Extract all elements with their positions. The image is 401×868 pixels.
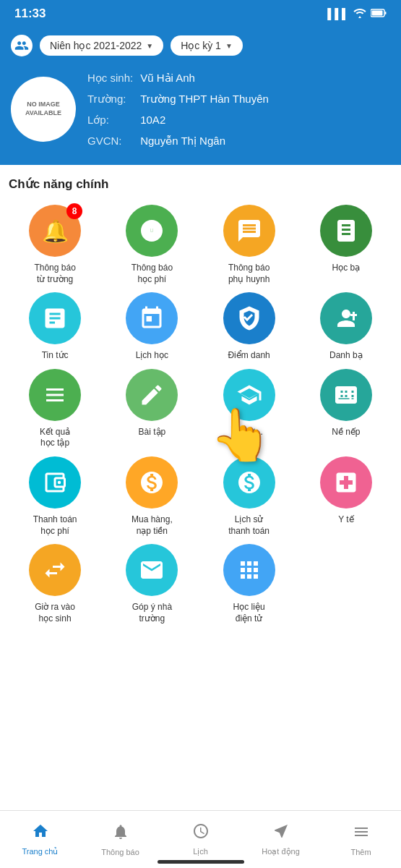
thong-bao-phu-huynh-icon bbox=[223, 205, 275, 257]
profile-truong-label: Trường: bbox=[87, 89, 139, 109]
profile-gvcn-label: GVCN: bbox=[87, 131, 139, 150]
danh-ba-label: Danh bạ bbox=[329, 350, 363, 362]
hoc-lieu-label: Học liệuđiện tử bbox=[233, 602, 265, 624]
profile-hocsinh-value: Vũ Hải Anh bbox=[140, 68, 269, 88]
ne-nep[interactable]: Nề nếp bbox=[300, 369, 392, 449]
svg-rect-1 bbox=[372, 11, 383, 16]
activity-icon bbox=[272, 822, 290, 844]
profile-lop-label: Lớp: bbox=[87, 110, 139, 129]
hoc-ba[interactable]: Học bạ bbox=[300, 205, 392, 285]
nav-them-label: Thêm bbox=[350, 848, 371, 856]
hoc-lieu-icon bbox=[223, 544, 275, 596]
profile-truong-value: Trường THPT Hàn Thuyên bbox=[140, 89, 269, 109]
y-te-icon bbox=[320, 456, 372, 509]
wifi-icon bbox=[353, 8, 366, 20]
no-image-text: NO IMAGEAVAILABLE bbox=[25, 101, 61, 117]
nien-hoc-dropdown[interactable]: Niên học 2021-2022 ▼ bbox=[40, 35, 163, 56]
nav-hoat-dong-label: Hoạt động bbox=[262, 847, 300, 856]
mua-hang-nap-tien-icon bbox=[126, 456, 178, 509]
gop-y[interactable]: Góp ý nhàtrường bbox=[105, 544, 198, 624]
thong-bao-hoc-phi-label: Thông báohọc phí bbox=[131, 263, 173, 285]
thong-bao-hoc-phi-icon bbox=[126, 205, 178, 257]
home-indicator bbox=[158, 860, 244, 864]
main-grid: 🔔 8 Thông báotừ trường Thông báohọc phí bbox=[9, 205, 392, 624]
mua-hang-nap-tien-label: Mua hàng,nạp tiền bbox=[131, 514, 173, 537]
chevron-down-icon: ▼ bbox=[225, 42, 233, 50]
home-icon bbox=[32, 822, 49, 844]
gop-y-label: Góp ý nhàtrường bbox=[132, 602, 172, 624]
y-te-label: Y tế bbox=[338, 514, 353, 526]
tin-tuc[interactable]: Tin tức bbox=[9, 292, 101, 362]
status-time: 11:33 bbox=[14, 7, 46, 21]
lich-hoc[interactable]: Lịch học bbox=[105, 292, 198, 362]
danh-ba[interactable]: Danh bạ bbox=[300, 292, 392, 362]
mua-hang-nap-tien[interactable]: Mua hàng,nạp tiền bbox=[105, 456, 198, 537]
profile-lop-value: 10A2 bbox=[140, 110, 269, 129]
nav-trang-chu-label: Trang chủ bbox=[22, 847, 58, 856]
hoc-them-icon bbox=[223, 369, 275, 421]
bai-tap-label: Bài tập bbox=[139, 427, 166, 438]
thong-bao-phu-huynh[interactable]: Thông báophụ huynh bbox=[203, 205, 296, 285]
thong-bao-phu-huynh-label: Thông báophụ huynh bbox=[228, 263, 270, 285]
lich-hoc-label: Lịch học bbox=[136, 350, 168, 362]
bai-tap[interactable]: Bài tập bbox=[105, 369, 198, 449]
nav-thong-bao-label: Thông báo bbox=[101, 848, 139, 856]
chevron-down-icon: ▼ bbox=[146, 42, 153, 50]
ket-qua-hoc-tap[interactable]: Kết quảhọc tập bbox=[9, 369, 101, 449]
ne-nep-label: Nề nếp bbox=[332, 427, 360, 438]
hoc-them-label: Học t... bbox=[235, 427, 262, 449]
thanh-toan-hoc-phi-label: Thanh toánhọc phí bbox=[33, 514, 77, 537]
bai-tap-icon bbox=[126, 369, 178, 421]
thanh-toan-hoc-phi-icon bbox=[29, 456, 81, 509]
signal-icon: ▌▌▌ bbox=[327, 8, 349, 20]
main-content: Chức năng chính 🔔 8 Thông báotừ trường T… bbox=[0, 165, 401, 816]
profile-gvcn-value: Nguyễn Thị Ngân bbox=[140, 131, 269, 150]
lich-su-thanh-toan-icon bbox=[223, 456, 275, 509]
nav-lich-label: Lịch bbox=[193, 847, 208, 856]
ket-qua-hoc-tap-icon bbox=[29, 369, 81, 421]
menu-icon bbox=[353, 823, 370, 845]
tin-tuc-label: Tin tức bbox=[42, 350, 69, 362]
clock-icon bbox=[192, 822, 210, 844]
hoc-ba-label: Học bạ bbox=[332, 263, 361, 274]
thong-bao-tu-truong-icon: 🔔 8 bbox=[29, 205, 81, 257]
profile-section: NO IMAGEAVAILABLE Học sinh: Vũ Hải Anh T… bbox=[11, 67, 390, 152]
status-bar: 11:33 ▌▌▌ bbox=[0, 0, 401, 27]
status-icons: ▌▌▌ bbox=[327, 8, 387, 20]
diem-danh-icon bbox=[223, 292, 275, 344]
lich-hoc-icon bbox=[126, 292, 178, 344]
header-top: Niên học 2021-2022 ▼ Học kỳ 1 ▼ bbox=[11, 35, 390, 56]
hoc-them[interactable]: Học t... bbox=[203, 369, 296, 449]
profile-image-placeholder: NO IMAGEAVAILABLE bbox=[11, 77, 76, 142]
gop-y-icon bbox=[126, 544, 178, 596]
lich-su-thanh-toan-label: Lịch sửthanh toán bbox=[228, 514, 270, 537]
diem-danh[interactable]: Điểm danh bbox=[203, 292, 296, 362]
danh-ba-icon bbox=[320, 292, 372, 344]
bell-icon bbox=[112, 823, 129, 845]
hoc-ky-dropdown[interactable]: Học kỳ 1 ▼ bbox=[171, 35, 243, 56]
dropdowns: Niên học 2021-2022 ▼ Học kỳ 1 ▼ bbox=[40, 35, 390, 56]
profile-info: Học sinh: Vũ Hải Anh Trường: Trường THPT… bbox=[86, 67, 270, 152]
thong-bao-hoc-phi[interactable]: Thông báohọc phí bbox=[105, 205, 198, 285]
nav-hoat-dong[interactable]: Hoạt động bbox=[241, 811, 321, 868]
notification-badge: 8 bbox=[66, 203, 82, 219]
diem-danh-label: Điểm danh bbox=[228, 350, 270, 362]
hoc-ba-icon bbox=[320, 205, 372, 257]
y-te[interactable]: Y tế bbox=[300, 456, 392, 537]
nav-trang-chu[interactable]: Trang chủ bbox=[0, 811, 80, 868]
hoc-lieu[interactable]: Học liệuđiện tử bbox=[203, 544, 296, 624]
nav-them[interactable]: Thêm bbox=[321, 811, 401, 868]
svg-rect-4 bbox=[350, 314, 357, 316]
lich-su-thanh-toan[interactable]: Lịch sửthanh toán bbox=[203, 456, 296, 537]
header: Niên học 2021-2022 ▼ Học kỳ 1 ▼ NO IMAGE… bbox=[0, 27, 401, 165]
profile-hocsinh-label: Học sinh: bbox=[87, 68, 139, 88]
battery-icon bbox=[371, 8, 387, 20]
gio-ra-vao[interactable]: Giờ ra vàohọc sinh bbox=[9, 544, 101, 624]
ket-qua-hoc-tap-label: Kết quảhọc tập bbox=[40, 427, 70, 449]
bottom-nav: Trang chủ Thông báo Lịch Hoạt động bbox=[0, 810, 401, 868]
thong-bao-tu-truong[interactable]: 🔔 8 Thông báotừ trường bbox=[9, 205, 101, 285]
thanh-toan-hoc-phi[interactable]: Thanh toánhọc phí bbox=[9, 456, 101, 537]
tin-tuc-icon bbox=[29, 292, 81, 344]
nav-thong-bao[interactable]: Thông báo bbox=[80, 811, 160, 868]
gio-ra-vao-icon bbox=[29, 544, 81, 596]
